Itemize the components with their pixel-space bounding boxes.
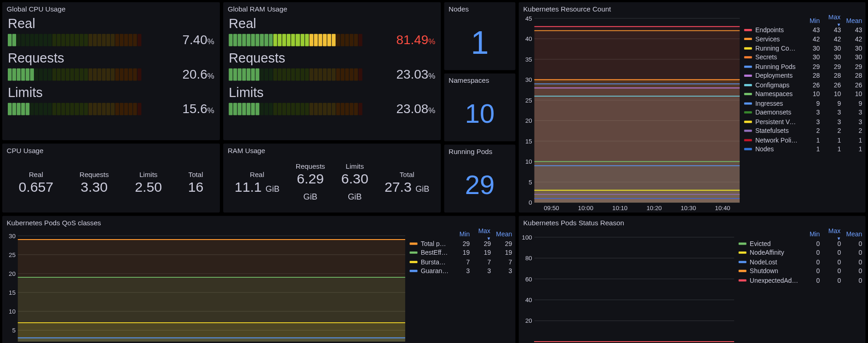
- svg-text:09:50: 09:50: [544, 205, 559, 212]
- chart-svg: 51015202530: [2, 229, 408, 343]
- panel-global-cpu[interactable]: Global CPU Usage Real7.40%Requests20.6%L…: [2, 2, 220, 140]
- legend-marker: [739, 279, 747, 281]
- legend-value: 30: [823, 45, 841, 52]
- legend-row[interactable]: BestEffort pods191919: [410, 248, 512, 257]
- gauge-bar: [8, 68, 141, 80]
- panel-global-ram[interactable]: Global RAM Usage Real81.49%Requests23.03…: [223, 2, 441, 140]
- legend: MinMax ▼MeanEvicted000NodeAffinity000Nod…: [736, 229, 866, 343]
- panel-title: Running Pods: [444, 145, 516, 158]
- legend-value: 0: [845, 249, 862, 256]
- stat: Limits6.30GiB: [341, 162, 368, 203]
- legend-value: 30: [823, 54, 841, 61]
- panel-qos[interactable]: Kubernetes Pods QoS classes 51015202530 …: [2, 216, 516, 343]
- panel-title: Kubernetes Pods Status Reason: [519, 216, 866, 229]
- panel-ram-usage[interactable]: RAM Usage Real11.1 GiBRequests6.29GiBLim…: [223, 143, 441, 212]
- legend-value: 42: [802, 36, 820, 43]
- panel-cpu-usage[interactable]: CPU Usage Real0.657Requests3.30Limits2.5…: [2, 143, 220, 212]
- svg-text:80: 80: [525, 255, 532, 262]
- legend-row[interactable]: Evicted000: [739, 239, 862, 248]
- legend-header-cell[interactable]: Min: [802, 17, 820, 24]
- legend-row[interactable]: Running Containers303030: [744, 44, 862, 53]
- legend-header-cell[interactable]: Max ▼: [473, 229, 491, 241]
- legend-marker: [739, 252, 747, 254]
- legend-row[interactable]: Burstable pods777: [410, 257, 512, 267]
- legend-value: 9: [823, 100, 841, 107]
- panel-resource-count[interactable]: Kubernetes Resource Count 05101520253035…: [519, 2, 866, 212]
- gauge-list: Real7.40%Requests20.6%Limits15.6%: [2, 15, 220, 140]
- legend-row[interactable]: Daemonsets333: [744, 108, 862, 117]
- gauge-list: Real81.49%Requests23.03%Limits23.08%: [223, 15, 441, 140]
- legend-value: 10: [823, 91, 841, 98]
- legend-value: 9: [802, 100, 820, 107]
- stat-value: 27.3 GiB: [385, 179, 430, 195]
- panel-title: RAM Usage: [223, 143, 441, 156]
- legend-header: MinMax ▼Mean: [739, 230, 862, 239]
- panel-title: CPU Usage: [2, 143, 220, 156]
- legend-value: 0: [845, 258, 862, 265]
- legend-header-cell[interactable]: Max ▼: [823, 15, 841, 28]
- stat-label: Limits: [135, 171, 162, 178]
- svg-text:10:30: 10:30: [681, 205, 696, 212]
- legend-value: 1: [845, 137, 862, 143]
- legend-name: Statefulsets: [755, 127, 799, 134]
- panel-running-pods[interactable]: Running Pods 29: [444, 145, 516, 213]
- chart-area[interactable]: 51015202530: [2, 229, 408, 343]
- legend-value: 7: [494, 258, 512, 265]
- svg-text:15: 15: [9, 289, 16, 296]
- legend-row[interactable]: Nodes111: [744, 145, 862, 154]
- legend-name: Secrets: [755, 54, 799, 61]
- legend-name: NodeAffinity: [750, 249, 799, 256]
- svg-text:5: 5: [529, 179, 532, 186]
- stat: Real0.657: [18, 171, 53, 195]
- legend-row[interactable]: Endpoints434343: [744, 25, 862, 34]
- panel-title: Namespaces: [444, 74, 516, 86]
- stat-group: Real0.657Requests3.30Limits2.50Total16: [2, 156, 220, 212]
- legend-header-cell[interactable]: Mean: [845, 231, 862, 238]
- svg-text:25: 25: [525, 97, 532, 104]
- stat-label: Real: [18, 171, 53, 178]
- legend-row[interactable]: Shutdown000: [739, 267, 862, 276]
- legend-row[interactable]: Ingresses999: [744, 99, 862, 108]
- legend-header-cell[interactable]: Mean: [494, 231, 512, 238]
- svg-text:10: 10: [9, 308, 16, 315]
- legend-row[interactable]: Persistent Volume Claims333: [744, 117, 862, 126]
- svg-text:25: 25: [9, 252, 16, 258]
- legend-value: 19: [494, 249, 512, 256]
- legend-value: 3: [494, 268, 512, 274]
- legend-header-cell[interactable]: Mean: [845, 17, 862, 24]
- legend-value: 0: [802, 249, 820, 256]
- legend-row[interactable]: Running Pods292929: [744, 62, 862, 71]
- legend-row[interactable]: Total pods292929: [410, 239, 512, 248]
- legend-row[interactable]: Deployments282828: [744, 71, 862, 80]
- legend-header-cell[interactable]: Min: [452, 231, 470, 238]
- big-value: 29: [444, 157, 516, 212]
- gauge: Real7.40%: [2, 16, 220, 50]
- legend-value: 26: [823, 82, 841, 89]
- gauge-label: Limits: [8, 85, 214, 100]
- chart-area[interactable]: 05101520253035404509:5010:0010:1010:2010…: [519, 15, 742, 213]
- legend-value: 3: [452, 268, 470, 274]
- legend-name: Network Policies: [755, 137, 799, 143]
- panel-namespaces[interactable]: Namespaces 10: [444, 74, 516, 142]
- legend-name: NodeLost: [750, 258, 799, 265]
- legend-row[interactable]: Network Policies111: [744, 136, 862, 145]
- legend-row[interactable]: Statefulsets222: [744, 126, 862, 136]
- legend-row[interactable]: Namespaces101010: [744, 90, 862, 99]
- panel-nodes[interactable]: Nodes 1: [444, 2, 516, 70]
- legend: MinMax ▼MeanEndpoints434343Services42424…: [742, 15, 866, 213]
- legend-name: Services: [755, 36, 799, 43]
- chart-area[interactable]: 20406080100: [519, 229, 736, 343]
- legend-row[interactable]: Services424242: [744, 34, 862, 44]
- legend-value: 28: [802, 73, 820, 80]
- legend-row[interactable]: UnexpectedAdmissionError000: [739, 276, 862, 285]
- legend-row[interactable]: Guaranteed pods333: [410, 267, 512, 276]
- legend-row[interactable]: Secrets303030: [744, 53, 862, 62]
- legend-row[interactable]: NodeAffinity000: [739, 248, 862, 257]
- legend-header-cell[interactable]: Max ▼: [823, 229, 841, 241]
- panel-status-reason[interactable]: Kubernetes Pods Status Reason 2040608010…: [519, 216, 866, 343]
- legend-row[interactable]: NodeLost000: [739, 257, 862, 267]
- legend-row[interactable]: Configmaps262626: [744, 80, 862, 90]
- legend-header-cell[interactable]: Min: [802, 231, 820, 238]
- stat-value: 3.30: [80, 179, 109, 195]
- legend-value: 19: [452, 249, 470, 256]
